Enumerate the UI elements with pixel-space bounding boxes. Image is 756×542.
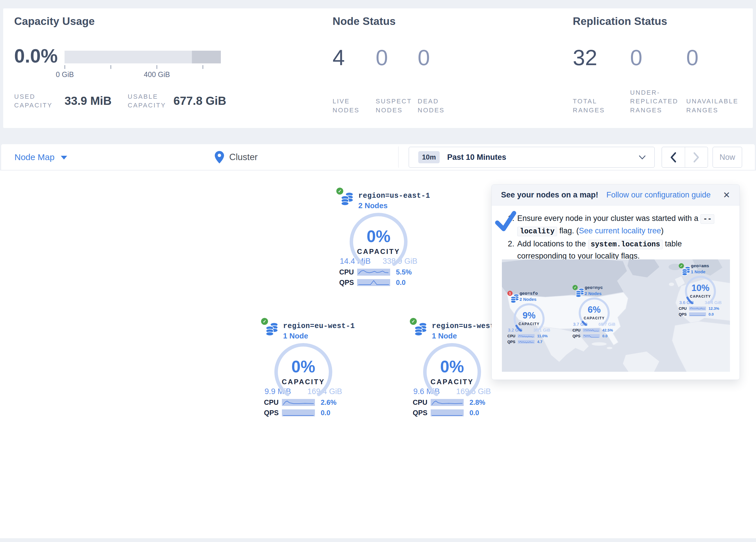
- cpu-sparkline: [583, 328, 600, 332]
- status-error-badge: 1: [507, 291, 513, 296]
- configuration-guide-link[interactable]: Follow our configuration guide: [606, 190, 711, 199]
- qps-value: 0.0: [396, 279, 405, 287]
- popup-title: See your nodes on a map!: [501, 190, 598, 199]
- step-number: 2.: [492, 238, 517, 262]
- time-back-button[interactable]: [662, 147, 685, 167]
- caret-down-icon: [61, 156, 67, 159]
- view-selector-dropdown[interactable]: Node Map: [14, 144, 67, 170]
- locality-flag-code: --: [700, 214, 714, 224]
- under-replicated-ranges-label: UNDER-REPLICATED RANGES: [630, 88, 684, 115]
- capacity-gauge: 0% CAPACITY: [349, 212, 408, 271]
- qps-label: QPS: [339, 279, 357, 287]
- status-ok-badge: ✓: [336, 187, 343, 194]
- chevron-right-icon: [692, 152, 700, 163]
- capacity-usage-title: Capacity Usage: [14, 15, 95, 27]
- toolbar-divider: [398, 146, 399, 168]
- time-forward-button[interactable]: [685, 147, 708, 167]
- status-ok-badge: ✓: [572, 285, 578, 290]
- location-pin-icon: [215, 151, 224, 163]
- qps-sparkline: [518, 340, 535, 344]
- axis-tick-label: 400 GiB: [134, 70, 180, 79]
- region-label: region=us-east-1: [358, 192, 422, 200]
- qps-value: 0.0: [469, 409, 479, 417]
- chevron-down-icon: [639, 155, 646, 159]
- capacity-gauge: 6% CAPACITY: [578, 297, 611, 330]
- geo-nodes-link[interactable]: 2 Nodes: [585, 291, 616, 296]
- popup-header: See your nodes on a map! Follow our conf…: [492, 185, 740, 205]
- qps-label: QPS: [679, 312, 689, 317]
- live-nodes-count: 4: [333, 47, 373, 69]
- gauge-capacity-label: CAPACITY: [423, 378, 482, 386]
- step-2: 2. Add locations to the system.locations…: [492, 238, 729, 262]
- popup-instructions: 1. Ensure every node in your cluster was…: [492, 205, 740, 262]
- axis-tick: [157, 65, 157, 69]
- capacity-usage-percent: 0.0%: [14, 45, 58, 67]
- gauge-capacity-label: CAPACITY: [684, 295, 717, 299]
- axis-tick-label: 0 GiB: [42, 70, 88, 79]
- chevron-left-icon: [669, 152, 677, 163]
- geo-nodes-link[interactable]: 1 Node: [691, 269, 722, 274]
- gauge-percent: 10%: [684, 283, 717, 293]
- close-icon[interactable]: ✕: [723, 190, 730, 200]
- gauge-percent: 9%: [513, 311, 546, 321]
- capacity-usage-bar: [65, 51, 221, 63]
- capacity-gauge: 0% CAPACITY: [274, 343, 333, 402]
- step-text: flag. (: [557, 226, 579, 235]
- breadcrumb[interactable]: Cluster: [215, 144, 258, 170]
- time-step-buttons: [662, 147, 708, 168]
- qps-value: 0.0: [709, 312, 714, 317]
- dead-nodes-count: 0: [418, 47, 458, 69]
- cluster-summary-panel: Capacity Usage 0.0% 0 GiB 400 GiB USED C…: [3, 8, 753, 128]
- region-label: region=us-west-1: [432, 322, 496, 330]
- used-capacity-label: USED CAPACITY: [14, 92, 65, 109]
- axis-tick: [65, 65, 65, 69]
- footer-strip: [0, 538, 756, 542]
- qps-value: 0.0: [602, 334, 608, 338]
- time-range-label: Past 10 Minutes: [447, 153, 506, 162]
- geo-card-ams: ✓ geo=ams 1 Node: [679, 263, 722, 317]
- step-text: ): [661, 226, 664, 235]
- used-capacity-value: 33.9 MiB: [65, 94, 111, 107]
- qps-sparkline: [282, 409, 315, 416]
- breadcrumb-label: Cluster: [229, 152, 258, 162]
- cpu-sparkline: [357, 269, 390, 276]
- step-text: Ensure every node in your cluster was st…: [517, 214, 700, 223]
- node-status-title: Node Status: [333, 15, 396, 27]
- status-ok-badge: ✓: [410, 318, 417, 325]
- suspect-nodes-count: 0: [376, 47, 419, 69]
- now-button[interactable]: Now: [713, 147, 742, 168]
- cpu-sparkline: [518, 334, 535, 338]
- locality-tree-link[interactable]: See current locality tree: [579, 226, 661, 235]
- map-configuration-popup: See your nodes on a map! Follow our conf…: [491, 184, 740, 380]
- locality-flag-code: locality: [517, 227, 557, 236]
- status-ok-badge: ✓: [679, 263, 684, 268]
- dead-nodes-label: DEAD NODES: [418, 97, 458, 115]
- world-map-preview: 1 geo=sfo 2 Nodes: [502, 259, 730, 372]
- capacity-gauge: 0% CAPACITY: [423, 343, 482, 402]
- qps-label: QPS: [264, 409, 282, 417]
- qps-label: QPS: [507, 340, 518, 344]
- total-ranges-label: TOTAL RANGES: [573, 97, 616, 115]
- view-toolbar: Node Map Cluster 10m Past 10 Minutes: [1, 144, 755, 170]
- time-range-dropdown[interactable]: 10m Past 10 Minutes: [409, 147, 655, 168]
- unavailable-ranges-count: 0: [686, 47, 750, 69]
- gauge-capacity-label: CAPACITY: [513, 322, 546, 326]
- cpu-sparkline: [282, 399, 315, 406]
- qps-sparkline: [583, 334, 600, 338]
- usable-capacity-label: USABLE CAPACITY: [128, 92, 169, 109]
- region-card-us-east-1: ✓ region=us-east-1 2 Nodes 0%: [335, 187, 422, 287]
- under-replicated-ranges-count: 0: [630, 47, 684, 69]
- gauge-percent: 0%: [349, 227, 408, 246]
- gauge-percent: 6%: [578, 305, 611, 315]
- qps-sparkline: [431, 409, 464, 416]
- region-nodes-link[interactable]: 1 Node: [432, 332, 496, 341]
- gauge-percent: 0%: [423, 357, 482, 376]
- region-nodes-link[interactable]: 1 Node: [283, 332, 347, 341]
- geo-card-nyc: ✓ geo=nyc 2 Nodes: [572, 285, 616, 338]
- database-icon: [414, 322, 427, 337]
- qps-value: 4.7: [537, 340, 542, 344]
- geo-nodes-link[interactable]: 2 Nodes: [520, 297, 551, 302]
- region-card-us-west-1: ✓ region=us-west-1 1 Node 0%: [409, 317, 496, 417]
- region-nodes-link[interactable]: 2 Nodes: [358, 201, 422, 210]
- gauge-capacity-label: CAPACITY: [274, 378, 333, 386]
